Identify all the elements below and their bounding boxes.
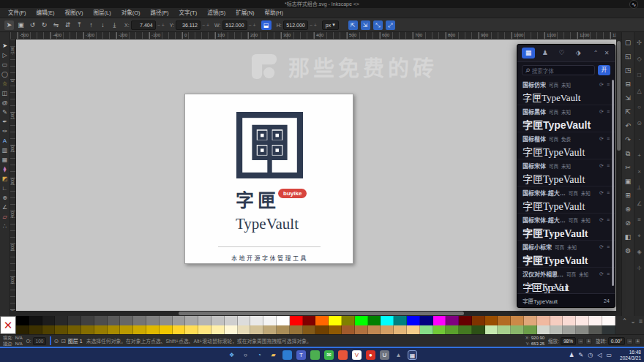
font-list-item[interactable]: 国标黑体可商未知⟳≡字匣TypeVault: [517, 105, 615, 132]
panel-float-icon[interactable]: ⌃: [592, 50, 599, 56]
vertical-ruler[interactable]: -1000100200300400500600700: [10, 39, 16, 316]
palette-swatch[interactable]: [185, 325, 198, 335]
palette-swatch[interactable]: [537, 325, 550, 335]
snap-bbox-corner-icon[interactable]: △: [635, 85, 644, 101]
eraser-tool-icon[interactable]: ▱: [0, 212, 10, 222]
palette-swatch[interactable]: [576, 316, 589, 325]
menu-text[interactable]: 文字(T): [174, 8, 203, 18]
palette-swatch[interactable]: [173, 316, 186, 325]
palette-swatch[interactable]: [524, 316, 537, 325]
taskbar-clock[interactable]: 16:48 2024/3/21: [620, 350, 641, 361]
taskbar-app-green-1[interactable]: [310, 350, 320, 360]
rotate-ccw-button[interactable]: −: [626, 338, 633, 344]
layer-visibility-icon[interactable]: ⊙: [53, 338, 59, 344]
palette-swatch[interactable]: [29, 325, 42, 335]
x-input[interactable]: 7.404: [131, 20, 156, 30]
print-icon[interactable]: ⊟: [623, 78, 634, 92]
palette-swatch[interactable]: [342, 316, 355, 325]
rotate-cw-icon[interactable]: ↻: [40, 20, 49, 30]
tab-fonts[interactable]: ▦: [522, 48, 535, 59]
palette-swatch[interactable]: [420, 316, 433, 325]
palette-swatch[interactable]: [160, 316, 173, 325]
unit-dropdown[interactable]: px ▾: [322, 20, 339, 30]
palette-swatch[interactable]: [407, 316, 420, 325]
selector-tool-icon[interactable]: ➤: [0, 41, 10, 50]
snap-bbox-edge-icon[interactable]: □: [635, 69, 644, 85]
taskbar-app-blue-2[interactable]: T: [296, 350, 306, 360]
taskbar-app-blue-1[interactable]: [282, 350, 292, 360]
measure-tool-icon[interactable]: ∠: [0, 203, 10, 212]
palette-swatch[interactable]: [394, 316, 407, 325]
rotate-ccw-icon[interactable]: ↺: [28, 20, 37, 30]
scale-corners-toggle[interactable]: ⇲: [361, 20, 370, 30]
palette-swatch[interactable]: [407, 325, 420, 335]
palette-swatch[interactable]: [303, 325, 316, 335]
artboard-page[interactable]: 字匣 buyike TypeVault 本地开源字体管理工具: [184, 94, 353, 264]
opacity-input[interactable]: 100: [33, 337, 47, 345]
palette-swatch[interactable]: [303, 316, 316, 325]
redo-icon[interactable]: ↷: [623, 134, 634, 148]
menu-filters[interactable]: 滤镜(S): [202, 8, 231, 18]
palette-swatch[interactable]: [198, 316, 211, 325]
menu-path[interactable]: 路径(P): [146, 8, 174, 18]
palette-swatch[interactable]: [394, 325, 407, 335]
raise-to-top-icon[interactable]: ⤒: [75, 20, 84, 30]
palette-swatch[interactable]: [602, 325, 615, 335]
palette-swatch[interactable]: [173, 325, 186, 335]
palette-swatch[interactable]: [589, 316, 602, 325]
palette-swatch[interactable]: [576, 325, 589, 335]
palette-swatch[interactable]: [315, 325, 329, 335]
save-document-icon[interactable]: ◳: [623, 64, 634, 78]
palette-swatch[interactable]: [133, 316, 146, 325]
ungroup-icon[interactable]: ⊘: [623, 217, 634, 231]
box3d-tool-icon[interactable]: ◫: [0, 88, 10, 98]
palette-swatch[interactable]: [511, 325, 524, 335]
palette-swatch[interactable]: [81, 316, 94, 325]
font-list-item[interactable]: 汉仪对外相思…可商未知⟳≡字匣TypeVault: [517, 268, 615, 293]
palette-swatch[interactable]: [433, 325, 446, 335]
palette-swatch[interactable]: [68, 316, 81, 325]
palette-swatch[interactable]: [277, 316, 290, 325]
opacity-control[interactable]: O: 100: [26, 337, 47, 345]
palette-swatch[interactable]: [120, 325, 133, 335]
x-field[interactable]: X: 7.404 − +: [124, 20, 165, 30]
x-spinner[interactable]: − +: [157, 23, 165, 28]
tray-clock-icon[interactable]: ◷: [588, 352, 593, 358]
palette-swatch[interactable]: [329, 325, 342, 335]
palette-swatch[interactable]: [368, 325, 381, 335]
font-more-icon[interactable]: ≡: [607, 217, 610, 222]
rotate-cw-button[interactable]: +: [634, 338, 641, 344]
menu-edit[interactable]: 编辑(E): [31, 8, 60, 18]
tab-activated[interactable]: ♟: [539, 48, 552, 59]
activate-font-icon[interactable]: ⟳: [599, 190, 604, 196]
taskbar-inkscape-window[interactable]: ▦: [408, 350, 417, 360]
palette-swatch[interactable]: [563, 316, 576, 325]
tray-display-icon[interactable]: ▭: [606, 352, 612, 358]
palette-swatch[interactable]: [472, 316, 485, 325]
new-document-icon[interactable]: ▢: [623, 37, 634, 50]
snap-node-icon[interactable]: ○: [635, 101, 644, 117]
taskbar-app-gray[interactable]: U: [380, 350, 389, 360]
palette-swatch[interactable]: [433, 316, 446, 325]
tray-volume-icon[interactable]: ◁: [597, 352, 602, 358]
font-more-icon[interactable]: ≡: [607, 244, 610, 249]
taskbar-app-dark[interactable]: ▲: [394, 350, 403, 360]
palette-swatch[interactable]: [146, 325, 160, 335]
palette-swatch[interactable]: [211, 325, 225, 335]
palette-swatch[interactable]: [94, 316, 108, 325]
calligraphy-tool-icon[interactable]: ✑: [0, 127, 10, 136]
paste-icon[interactable]: ▣: [623, 176, 634, 189]
snap-center-icon[interactable]: ∠: [635, 197, 644, 214]
palette-swatch[interactable]: [42, 325, 56, 335]
palette-swatch[interactable]: [198, 325, 211, 335]
palette-swatch[interactable]: [589, 325, 602, 335]
palette-swatch[interactable]: [263, 316, 277, 325]
palette-swatch[interactable]: [211, 316, 225, 325]
palette-swatch[interactable]: [329, 316, 342, 325]
palette-swatch[interactable]: [133, 325, 146, 335]
scale-stroke-toggle[interactable]: ⇱: [348, 20, 358, 30]
dropper-tool-icon[interactable]: ⧫: [0, 165, 10, 174]
import-icon[interactable]: ⇲: [623, 92, 634, 106]
tray-people-icon[interactable]: ♟: [569, 352, 574, 358]
activate-all-button[interactable]: 开: [598, 65, 610, 75]
